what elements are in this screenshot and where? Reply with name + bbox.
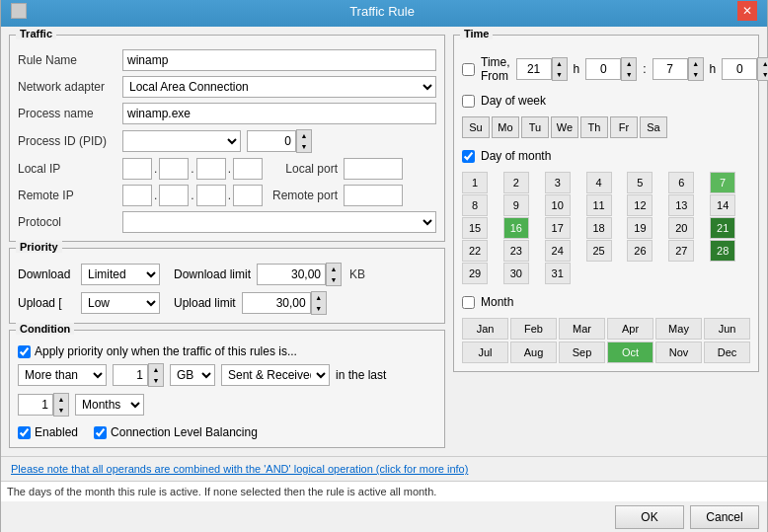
more-than-select[interactable]: More than bbox=[18, 364, 107, 386]
cal-day-29[interactable]: 29 bbox=[462, 263, 488, 284]
balancing-checkbox[interactable] bbox=[94, 426, 107, 439]
cal-day-4[interactable]: 4 bbox=[586, 172, 612, 193]
month-btn-aug[interactable]: Aug bbox=[510, 342, 557, 363]
cal-day-21[interactable]: 21 bbox=[710, 217, 735, 239]
last-value-down[interactable]: ▼ bbox=[54, 405, 68, 416]
cal-day-30[interactable]: 30 bbox=[503, 263, 529, 284]
cal-day-7[interactable]: 7 bbox=[710, 172, 735, 193]
hour-down[interactable]: ▼ bbox=[553, 69, 567, 80]
process-id-select[interactable] bbox=[122, 130, 241, 152]
min-down[interactable]: ▼ bbox=[622, 69, 636, 80]
last-unit-select[interactable]: Months bbox=[75, 394, 144, 416]
hour2-up[interactable]: ▲ bbox=[689, 58, 703, 69]
cal-day-19[interactable]: 19 bbox=[627, 217, 653, 239]
cal-day-8[interactable]: 8 bbox=[462, 194, 488, 216]
rule-name-input[interactable] bbox=[122, 49, 436, 71]
cal-day-14[interactable]: 14 bbox=[710, 194, 735, 216]
day-btn-mo[interactable]: Mo bbox=[492, 116, 519, 138]
upload-limit-input[interactable] bbox=[242, 292, 311, 314]
cal-day-27[interactable]: 27 bbox=[668, 240, 694, 262]
remote-port-input[interactable] bbox=[344, 185, 403, 206]
month-btn-oct[interactable]: Oct bbox=[607, 342, 653, 363]
hour-up[interactable]: ▲ bbox=[553, 58, 567, 69]
day-of-month-checkbox[interactable] bbox=[462, 150, 475, 163]
cal-day-28[interactable]: 28 bbox=[710, 240, 735, 262]
hour2-input[interactable] bbox=[653, 58, 688, 80]
day-btn-we[interactable]: We bbox=[551, 116, 578, 138]
cal-day-16[interactable]: 16 bbox=[503, 217, 529, 239]
hour2-down[interactable]: ▼ bbox=[689, 69, 703, 80]
local-ip-2[interactable] bbox=[159, 158, 189, 180]
upload-limit-down[interactable]: ▼ bbox=[312, 303, 326, 314]
cal-day-5[interactable]: 5 bbox=[627, 172, 653, 193]
cal-day-6[interactable]: 6 bbox=[668, 172, 694, 193]
cal-day-26[interactable]: 26 bbox=[627, 240, 653, 262]
process-id-input[interactable] bbox=[247, 130, 296, 152]
ok-button[interactable]: OK bbox=[615, 505, 684, 529]
upload-mode-select[interactable]: Low bbox=[81, 292, 160, 314]
remote-ip-3[interactable] bbox=[196, 185, 226, 206]
process-name-input[interactable] bbox=[122, 103, 436, 124]
last-value-input[interactable] bbox=[18, 394, 53, 416]
remote-ip-2[interactable] bbox=[159, 185, 189, 206]
process-id-down[interactable]: ▼ bbox=[297, 141, 311, 152]
cancel-button[interactable]: Cancel bbox=[690, 505, 759, 529]
cal-day-10[interactable]: 10 bbox=[545, 194, 571, 216]
day-of-week-checkbox[interactable] bbox=[462, 95, 475, 108]
cal-day-1[interactable]: 1 bbox=[462, 172, 488, 193]
upload-limit-up[interactable]: ▲ bbox=[312, 292, 326, 303]
day-btn-th[interactable]: Th bbox=[580, 116, 608, 138]
cal-day-15[interactable]: 15 bbox=[462, 217, 488, 239]
footer-note[interactable]: Please note that all operands are combin… bbox=[11, 463, 757, 475]
cal-day-17[interactable]: 17 bbox=[545, 217, 571, 239]
min2-down[interactable]: ▼ bbox=[758, 69, 768, 80]
day-btn-tu[interactable]: Tu bbox=[521, 116, 549, 138]
min2-input[interactable] bbox=[722, 58, 757, 80]
day-btn-fr[interactable]: Fr bbox=[610, 116, 638, 138]
month-btn-jun[interactable]: Jun bbox=[704, 318, 750, 340]
month-btn-jul[interactable]: Jul bbox=[462, 342, 508, 363]
cal-day-12[interactable]: 12 bbox=[627, 194, 653, 216]
remote-ip-1[interactable] bbox=[122, 185, 152, 206]
direction-select[interactable]: Sent & Received bbox=[221, 364, 330, 386]
local-port-input[interactable] bbox=[344, 158, 403, 180]
cal-day-20[interactable]: 20 bbox=[668, 217, 694, 239]
last-value-up[interactable]: ▲ bbox=[54, 394, 68, 405]
download-mode-select[interactable]: Limited bbox=[81, 264, 160, 285]
process-id-up[interactable]: ▲ bbox=[297, 130, 311, 141]
close-button[interactable]: ✕ bbox=[737, 1, 757, 21]
apply-checkbox[interactable] bbox=[18, 345, 31, 358]
month-checkbox[interactable] bbox=[462, 296, 475, 309]
min-up[interactable]: ▲ bbox=[622, 58, 636, 69]
cal-day-13[interactable]: 13 bbox=[668, 194, 694, 216]
time-from-checkbox[interactable] bbox=[462, 63, 475, 76]
local-ip-1[interactable] bbox=[122, 158, 152, 180]
cal-day-23[interactable]: 23 bbox=[503, 240, 529, 262]
month-btn-feb[interactable]: Feb bbox=[510, 318, 557, 340]
enabled-checkbox[interactable] bbox=[18, 426, 31, 439]
cal-day-24[interactable]: 24 bbox=[545, 240, 571, 262]
month-btn-dec[interactable]: Dec bbox=[704, 342, 750, 363]
condition-value-down[interactable]: ▼ bbox=[149, 375, 163, 386]
local-ip-4[interactable] bbox=[233, 158, 263, 180]
protocol-select[interactable] bbox=[122, 211, 436, 233]
min2-up[interactable]: ▲ bbox=[758, 58, 768, 69]
cal-day-3[interactable]: 3 bbox=[545, 172, 571, 193]
cal-day-18[interactable]: 18 bbox=[586, 217, 612, 239]
network-adapter-select[interactable]: Local Area Connection bbox=[122, 76, 436, 98]
day-btn-su[interactable]: Su bbox=[462, 116, 490, 138]
condition-value-input[interactable] bbox=[113, 364, 148, 386]
unit-select[interactable]: GB bbox=[170, 364, 215, 386]
month-btn-nov[interactable]: Nov bbox=[655, 342, 702, 363]
month-btn-may[interactable]: May bbox=[655, 318, 702, 340]
cal-day-11[interactable]: 11 bbox=[586, 194, 612, 216]
download-limit-input[interactable] bbox=[257, 264, 326, 285]
condition-value-up[interactable]: ▲ bbox=[149, 364, 163, 375]
remote-ip-4[interactable] bbox=[233, 185, 263, 206]
cal-day-31[interactable]: 31 bbox=[545, 263, 571, 284]
local-ip-3[interactable] bbox=[196, 158, 226, 180]
month-btn-apr[interactable]: Apr bbox=[607, 318, 653, 340]
cal-day-25[interactable]: 25 bbox=[586, 240, 612, 262]
month-btn-mar[interactable]: Mar bbox=[559, 318, 605, 340]
month-btn-sep[interactable]: Sep bbox=[559, 342, 605, 363]
